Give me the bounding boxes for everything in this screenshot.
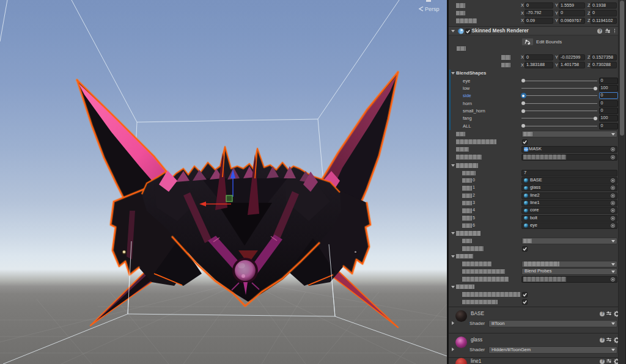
svg-text:Persp: Persp: [425, 6, 440, 12]
